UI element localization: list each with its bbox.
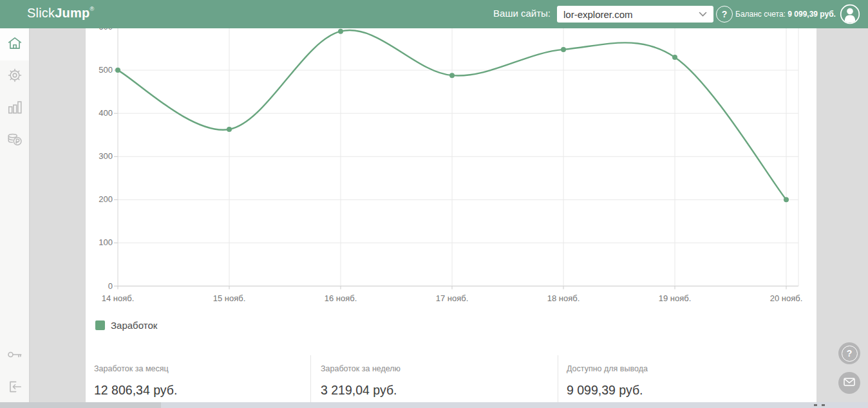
site-select-value: lor-explorer.com <box>563 9 633 20</box>
sidebar-item-access-key[interactable] <box>0 340 29 372</box>
stat-week: Заработок за неделю 3 219,04 руб. <box>321 364 401 398</box>
floating-mail-button[interactable] <box>838 372 860 394</box>
ruble-coins-icon <box>6 131 23 151</box>
sidebar-item-settings[interactable] <box>0 60 29 93</box>
chevron-down-icon <box>699 12 707 17</box>
avatar[interactable] <box>840 4 860 24</box>
sidebar-item-statistics[interactable] <box>0 93 29 125</box>
key-icon <box>6 346 23 366</box>
home-icon <box>6 35 23 54</box>
stat-week-value: 3 219,04 руб. <box>321 383 401 398</box>
legend-label: Заработок <box>111 320 157 331</box>
balance-label: Баланс счета: <box>735 10 786 19</box>
scrollbar-artifact <box>814 404 817 406</box>
balance: Баланс счета: 9 099,39 руб. <box>735 10 836 19</box>
sidebar-item-payments[interactable] <box>0 125 29 157</box>
site-select-dropdown[interactable]: lor-explorer.com <box>557 6 713 23</box>
logout-icon <box>6 378 23 398</box>
slickjump-logo[interactable]: SlickJump® <box>27 6 94 21</box>
sidebar-item-logout[interactable] <box>0 372 29 404</box>
sites-label: Ваши сайты: <box>493 8 551 19</box>
bar-chart-icon <box>6 99 23 118</box>
stat-divider <box>558 355 558 403</box>
balance-value: 9 099,39 руб. <box>788 10 836 19</box>
stat-month-label: Заработок за месяц <box>94 364 177 373</box>
gear-icon <box>6 67 23 86</box>
sidebar <box>0 28 29 408</box>
scrollbar-artifact <box>822 404 825 406</box>
horizontal-scrollbar[interactable] <box>0 402 868 408</box>
stat-month-value: 12 806,34 руб. <box>94 383 177 398</box>
stat-withdrawable: Доступно для вывода 9 099,39 руб. <box>567 364 648 398</box>
sidebar-item-home[interactable] <box>0 28 29 60</box>
top-bar: SlickJump® Ваши сайты: lor-explorer.com … <box>0 0 868 28</box>
stat-withdrawable-label: Доступно для вывода <box>567 364 648 373</box>
legend-swatch <box>95 320 105 330</box>
floating-help-button[interactable]: ? <box>838 342 860 364</box>
content-panel <box>86 28 816 408</box>
horizontal-scrollbar-thumb[interactable] <box>0 402 161 408</box>
stat-month: Заработок за месяц 12 806,34 руб. <box>94 364 177 398</box>
stat-withdrawable-value: 9 099,39 руб. <box>567 383 648 398</box>
stat-divider <box>310 355 311 403</box>
mail-icon <box>842 374 857 392</box>
help-icon[interactable]: ? <box>716 6 733 23</box>
chart-legend: Заработок <box>95 320 157 331</box>
stat-week-label: Заработок за неделю <box>321 364 401 373</box>
question-icon: ? <box>842 346 858 362</box>
sidebar-bottom <box>0 340 29 404</box>
